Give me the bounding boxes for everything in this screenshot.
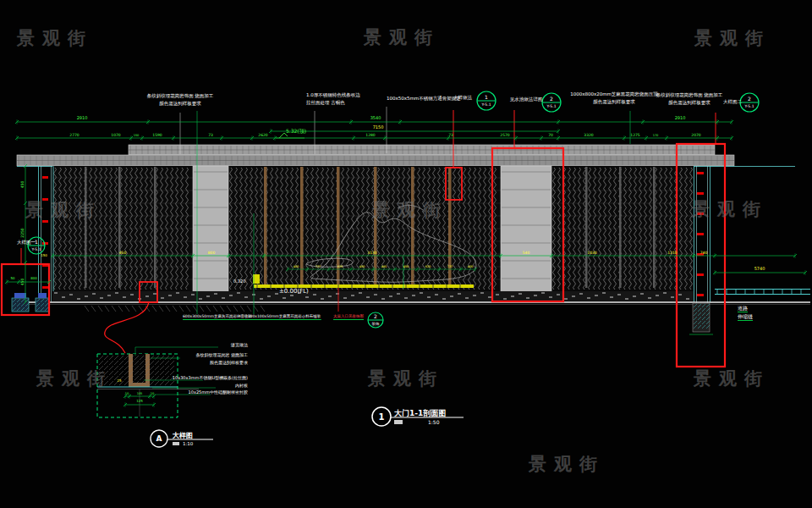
material-note: 条纹斜纹理花岗岩饰面 烧面加工 (147, 93, 214, 98)
dim-label: 70 (548, 133, 553, 137)
dim-label: 400 (294, 265, 299, 268)
dim-label: 2070 (691, 133, 700, 137)
material-note: 大样图二 (723, 99, 742, 104)
dim-label: 105 (137, 392, 143, 395)
elevation-mark: ±0.00(FL) (279, 288, 309, 295)
dim-label: 1210 (667, 251, 677, 255)
dim-label: 737 (447, 265, 453, 268)
watermark: 景观街 (694, 26, 771, 50)
dim-label: 450 (20, 279, 25, 286)
callout-number: 2 (550, 97, 553, 102)
watermark: 景观街 (17, 26, 93, 50)
dim-label: 10 (151, 392, 154, 395)
callout-sheet: Y-5.1 (547, 104, 557, 108)
dim-label: 2250 (20, 228, 25, 237)
detail-note: 缝宽做法 (231, 343, 248, 348)
callout-sheet: Y-5.1 (32, 247, 41, 251)
watermark: 景观街 (692, 197, 768, 221)
watermark: 景观街 (372, 198, 448, 222)
dim-label: 73 (208, 133, 213, 137)
material-note: 颜色需达到样板要求 (159, 101, 201, 106)
watermark: 景观街 (529, 452, 605, 476)
dim-label: 450 (20, 181, 25, 189)
dim-label: 1030 (587, 251, 596, 255)
dim-label: 450 (403, 265, 409, 268)
dim-label: 7150 (373, 125, 384, 130)
dim-label: 491 (381, 265, 387, 268)
watermark: 景观街 (364, 25, 440, 49)
dim-label: 73 (448, 133, 453, 137)
dim-label: 25 (117, 379, 121, 384)
cad-drawing-canvas: 景观街景观街景观街景观街景观街景观街景观街景观街景观街景观街2910354029… (0, 0, 812, 508)
dim-label: 2910 (77, 116, 88, 121)
callout-number: 1 (485, 95, 488, 101)
railing-posts (717, 290, 801, 295)
dim-label: 800 (30, 277, 37, 281)
road-note: 道路 (738, 306, 748, 312)
detail-note: 10x30x3mm不锈钢U型槽嵌条(拉丝面) (173, 376, 248, 381)
dim-label: 1590 (152, 133, 162, 137)
dim-label: 800 (208, 251, 216, 255)
detail-note: 条纹斜纹理花岗岩 烧面加工 (195, 353, 248, 358)
callout-sheet: Y-5.1 (745, 104, 754, 108)
callout-number: 2 (748, 97, 751, 102)
dim-label: 450 (119, 251, 127, 255)
dim-label: 3130 (367, 251, 376, 255)
material-note: 大堂入口见装饰图 (333, 314, 364, 320)
dim-label: 540 (523, 251, 530, 255)
detail-title-label: 大样图 (173, 431, 193, 440)
material-note: 颜色需达到样板要求 (668, 100, 710, 105)
dim-label: 170 (653, 134, 659, 137)
dim-label: 1070 (111, 133, 120, 137)
main-title-scale: 1:50 (428, 419, 439, 425)
material-note: 拉丝面处理 古铜色 (306, 100, 345, 105)
callout-number: 2 (374, 314, 377, 320)
feature-wall (52, 166, 694, 292)
dim-label: 1280 (365, 133, 375, 137)
road-railing (715, 290, 810, 295)
road-note: 伸缩缝 (738, 314, 753, 321)
material-note: 1000x800x20mm芝麻黑花岗岩烧面压顶 (570, 91, 658, 97)
dim-label: 740 (700, 251, 708, 255)
dim-label: 2570 (500, 133, 509, 137)
callout-sheet: 装饰 (372, 322, 380, 326)
callout-number: 1 (35, 240, 38, 246)
elevation-mark: 5.32(顶) (286, 129, 306, 135)
detail-leader-curve (105, 302, 149, 353)
dim-label: 5740 (754, 267, 765, 272)
detail-note: 10x25mm中性硅酮耐候密封胶 (189, 390, 248, 395)
dim-label: 3540 (370, 116, 381, 121)
watermark: 景观街 (694, 367, 770, 390)
dim-label: 2620 (258, 133, 267, 137)
dim-label: 737 (315, 265, 321, 268)
material-note: 大样图一 (17, 240, 36, 245)
dim-label: 450 (359, 265, 365, 268)
dim-label: 400 (468, 265, 474, 268)
watermark: 景观街 (36, 367, 112, 390)
dim-label: 125 (136, 400, 143, 404)
watermark: 景观街 (25, 198, 102, 222)
watermark: 景观街 (368, 367, 444, 390)
dim-label: 3320 (584, 133, 593, 137)
ground-line (13, 302, 810, 305)
material-note: 见水池做法详图 (510, 97, 543, 102)
paving-hatch (85, 306, 265, 312)
dim-label: 150 (41, 254, 47, 258)
material-note: 100x50x5mm不锈钢方通骨架固定 (387, 96, 461, 101)
main-title-label: 大门1-1剖面图 (394, 408, 446, 419)
dim-label: 50 (10, 277, 14, 281)
elevation-mark: 0.320 (233, 279, 245, 284)
detail-title-scale: 1:10 (183, 441, 193, 446)
dim-label: 620 (337, 265, 343, 268)
detail-title-number: A (156, 434, 162, 443)
dim-label: 2910 (675, 116, 686, 121)
detail-note: 颜色需达到样板要求 (210, 361, 248, 366)
material-note: 100x100x50mm芝麻黑花岗岩小料石铺装 (248, 314, 321, 320)
dim-label: 620 (425, 265, 431, 268)
material-note: 条纹斜纹理花岗岩饰面 烧面加工 (656, 92, 723, 97)
material-note: 600x300x50mm芝麻灰花岗岩烧面收边 (183, 314, 252, 320)
material-note: 大样做法 (453, 95, 472, 100)
detail-note: 内衬板 (235, 384, 248, 389)
dim-label: 150 (134, 134, 140, 137)
callout-sheet: Y-5.1 (482, 102, 491, 107)
